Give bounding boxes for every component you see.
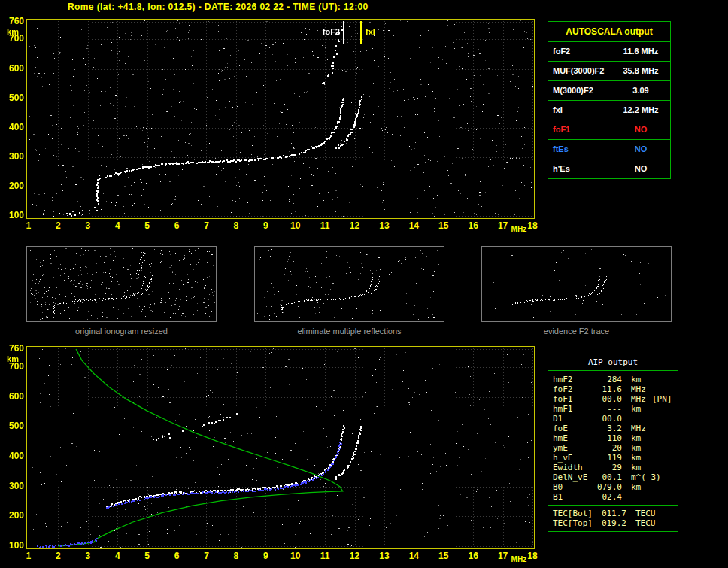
autoscala-row-value: 12.2 MHz [611, 101, 670, 120]
y-axis-tick-label: 760 [2, 17, 24, 26]
autoscala-table-row: MUF(3000)F235.8 MHz [548, 62, 670, 81]
thumbnail-caption-original: original ionogram resized [26, 327, 217, 336]
fof2-marker-line [343, 21, 344, 44]
aip-row-label: B1 [553, 492, 590, 502]
y-axis-tick-label: 600 [2, 392, 24, 402]
x-axis-tick-label: 5 [138, 221, 156, 231]
aip-row-unit: km [622, 463, 649, 472]
x-axis-tick-label: 11 [316, 551, 334, 561]
x-axis-tick-label: 2 [49, 551, 67, 561]
aip-row-label: B0 [553, 482, 590, 492]
x-axis-tick-label: 6 [168, 551, 186, 561]
station-date-title: Rome (lat: +41.8, lon: 012.5) - DATE: 20… [68, 2, 369, 12]
autoscala-table-row: foF211.6 MHz [548, 42, 670, 62]
thumbnail-caption-no-multiples: eliminate multiple reflections [254, 327, 444, 336]
y-axis-tick-label: 500 [2, 93, 24, 103]
autoscala-output-table: AUTOSCALA output foF211.6 MHzMUF(3000)F2… [548, 21, 671, 179]
aip-row-value: 079.0 [590, 482, 622, 492]
x-axis-tick-label: 12 [346, 221, 364, 231]
aip-table-row: h_vE119km [553, 453, 678, 463]
autoscala-table-row: M(3000)F23.09 [548, 81, 670, 101]
x-axis-tick-label: 3 [79, 221, 97, 231]
thumbnail-original-canvas [27, 247, 216, 321]
aip-table-row: hmF2284km [553, 375, 678, 384]
tec-row-value: 011.7 [595, 509, 626, 518]
fxi-marker-line [360, 21, 362, 44]
aip-row-label: hmF1 [553, 404, 590, 414]
aip-row-extra [649, 384, 678, 394]
y-axis-tick-label: 200 [2, 511, 24, 521]
tec-row-unit: TECU [626, 518, 678, 528]
autoscala-row-label: foF1 [548, 120, 611, 139]
x-axis-tick-label: 3 [79, 551, 97, 561]
x-axis-tick-label: 16 [464, 221, 482, 231]
aip-row-value: 11.6 [590, 384, 622, 394]
x-axis-tick-label: 9 [256, 551, 275, 561]
aip-row-label: hmE [553, 433, 590, 443]
x-axis-tick-label: 14 [405, 221, 423, 231]
y-axis-tick-label: 100 [2, 541, 24, 551]
aip-row-value: 00.0 [590, 394, 622, 404]
aip-table-row: B0079.0km [553, 482, 678, 492]
x-axis-tick-label: 1 [20, 551, 38, 561]
aip-row-label: ymE [553, 443, 590, 453]
aip-row-value: 00.1 [590, 472, 622, 482]
y-axis-tick-label: 100 [2, 211, 24, 220]
scaled-ionogram-canvas [27, 20, 534, 218]
aip-row-extra [649, 433, 678, 443]
thumbnail-original-ionogram [26, 246, 217, 322]
aip-row-value: 02.4 [590, 492, 622, 502]
tec-row-value: 019.2 [595, 518, 626, 528]
aip-table-body: hmF2284kmfoF211.6MHzfoF100.0MHz[PN]hmF1-… [548, 371, 678, 505]
x-axis-tick-label: 7 [197, 551, 215, 561]
x-axis-tick-label: 15 [435, 221, 453, 231]
aip-tec-section: TEC[Bot]011.7TECUTEC[Top]019.2TECU [548, 505, 678, 531]
aip-table-row: foE3.2MHz [553, 424, 678, 433]
aip-row-value: 29 [590, 463, 622, 472]
x-axis-tick-label: 5 [138, 551, 156, 561]
x-axis-tick-label: 11 [316, 221, 334, 231]
x-axis-tick-label: 17 [494, 221, 512, 231]
autoscala-row-value: 35.8 MHz [611, 62, 670, 80]
autoscala-row-value: 3.09 [611, 81, 670, 100]
thumbnail-caption-f2-trace: evidence F2 trace [481, 327, 672, 336]
aip-row-value: 284 [590, 375, 622, 384]
aip-row-value: --- [590, 404, 622, 414]
aip-row-unit: km [622, 443, 649, 453]
x-axis-tick-label: 15 [435, 551, 453, 561]
x-axis-tick-label: 6 [168, 221, 186, 231]
aip-row-value: 20 [590, 443, 622, 453]
aip-output-table: AIP output hmF2284kmfoF211.6MHzfoF100.0M… [548, 354, 678, 532]
autoscala-table-row: foF1NO [548, 120, 670, 140]
y-axis-tick-label: 400 [2, 123, 24, 132]
aip-row-value: 119 [590, 453, 622, 463]
autoscala-table-title: AUTOSCALA output [548, 22, 670, 42]
x-axis-tick-label: 8 [227, 551, 245, 561]
aip-row-unit [622, 414, 649, 424]
aip-row-extra [649, 453, 678, 463]
aip-row-label: DelN_vE [553, 472, 590, 482]
tec-row-label: TEC[Top] [553, 518, 595, 528]
aip-row-value: 110 [590, 433, 622, 443]
aip-table-row: ymE20km [553, 443, 678, 453]
fof2-marker-label: foF2 [311, 27, 340, 36]
profile-ionogram-plot [26, 346, 535, 549]
y-axis-tick-label: 600 [2, 64, 24, 74]
aip-row-label: hmF2 [553, 375, 590, 384]
x-axis-unit-label: MHz [511, 555, 527, 564]
aip-row-label: foE [553, 424, 590, 433]
autoscala-row-value: 11.6 MHz [611, 42, 670, 61]
fxi-marker-label: fxI [366, 27, 375, 36]
autoscala-row-label: MUF(3000)F2 [548, 62, 611, 80]
aip-row-unit [622, 492, 649, 502]
y-axis-tick-label: 300 [2, 152, 24, 162]
y-axis-unit-label: km [2, 354, 24, 363]
x-axis-tick-label: 13 [375, 551, 393, 561]
autoscala-table-row: h'EsNO [548, 159, 670, 178]
y-axis-tick-label: 300 [2, 481, 24, 491]
aip-table-row: foF100.0MHz[PN] [553, 394, 678, 404]
autoscala-table-body: foF211.6 MHzMUF(3000)F235.8 MHzM(3000)F2… [548, 42, 670, 178]
x-axis-tick-label: 13 [375, 221, 393, 231]
autoscala-row-label: ftEs [548, 140, 611, 159]
tec-row-unit: TECU [626, 509, 678, 518]
